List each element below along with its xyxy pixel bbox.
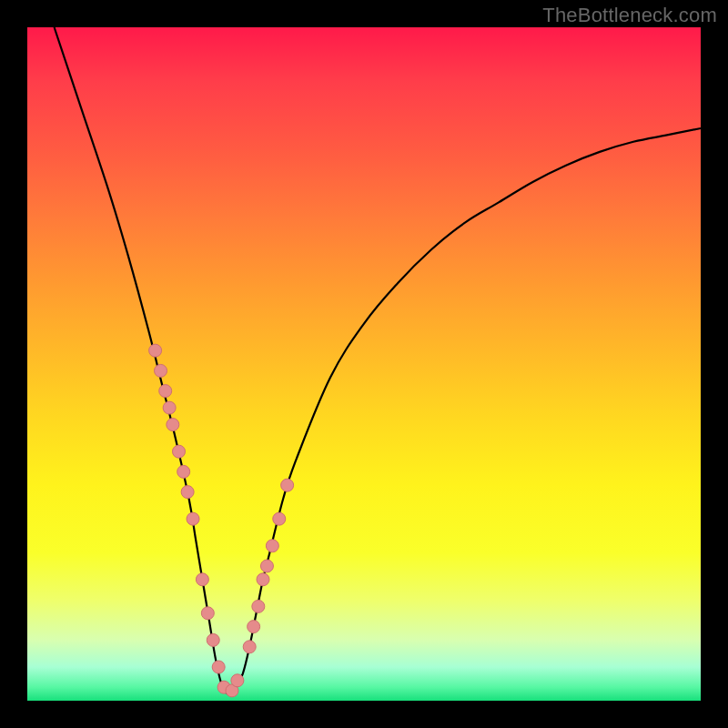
sample-dot xyxy=(243,641,256,653)
sample-dot xyxy=(260,560,273,572)
watermark-label: TheBottleneck.com xyxy=(542,4,717,27)
sample-dot xyxy=(196,573,208,586)
sample-dot xyxy=(231,674,244,687)
sample-dot xyxy=(159,385,172,398)
plot-area xyxy=(27,27,701,701)
sample-dot xyxy=(167,419,179,431)
sample-dot xyxy=(173,445,186,458)
sample-dot xyxy=(248,621,260,633)
sample-dot xyxy=(187,512,199,525)
sample-dots xyxy=(149,344,294,697)
sample-dot xyxy=(177,465,190,478)
bottleneck-curve xyxy=(55,27,701,694)
sample-dot xyxy=(257,573,269,586)
sample-dot xyxy=(207,633,219,646)
sample-dot xyxy=(181,486,194,499)
sample-dot xyxy=(149,344,162,357)
sample-dot xyxy=(281,479,294,491)
sample-dot xyxy=(273,512,286,525)
sample-dot xyxy=(155,364,167,377)
curve-layer xyxy=(27,27,701,701)
sample-dot xyxy=(212,661,225,673)
sample-dot xyxy=(252,600,265,612)
chart-frame: TheBottleneck.com xyxy=(0,0,728,728)
sample-dot xyxy=(201,607,214,620)
sample-dot xyxy=(163,401,176,414)
sample-dot xyxy=(266,540,278,552)
